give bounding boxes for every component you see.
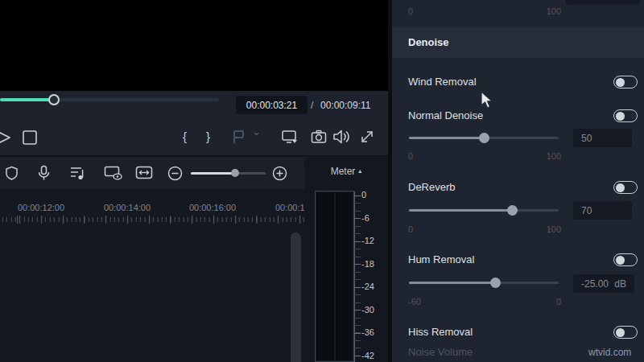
total-timecode: 00:00:09:11 bbox=[320, 100, 371, 111]
zoom-in-button[interactable] bbox=[272, 166, 287, 181]
meter-bars bbox=[315, 191, 354, 362]
hum-removal-scale: -60 0 bbox=[408, 297, 561, 306]
video-editor-app: 00:00:03:21 / 00:00:09:11 { } ⌄ bbox=[0, 0, 644, 362]
slider-fill bbox=[409, 282, 496, 284]
meter-scale-label: -42 bbox=[361, 351, 386, 361]
progress-fill bbox=[0, 98, 54, 101]
meter-scale-labels: 0 -6 -12 -18 -24 -30 -36 -42 bbox=[361, 190, 386, 361]
value-text: 70 bbox=[581, 205, 592, 216]
normal-denoise-toggle[interactable] bbox=[613, 109, 638, 122]
collapse-up-icon[interactable]: ▴ bbox=[358, 167, 361, 175]
zoom-thumb[interactable] bbox=[231, 169, 239, 177]
wind-removal-label: Wind Removal bbox=[408, 76, 477, 88]
hiss-removal-label: Hiss Removal bbox=[408, 326, 473, 338]
value-unit: dB bbox=[614, 278, 626, 290]
toggle-thumb bbox=[616, 256, 625, 265]
display-device-button[interactable] bbox=[281, 130, 299, 145]
meter-scale-label: 0 bbox=[361, 190, 386, 200]
dereverb-scale: 0 100 bbox=[408, 224, 561, 234]
meter-scale-label: -12 bbox=[361, 236, 386, 246]
marker-icon[interactable] bbox=[232, 130, 248, 145]
playback-progress-slider[interactable] bbox=[0, 94, 219, 105]
toggle-thumb bbox=[616, 78, 625, 87]
denoise-section-header: Denoise bbox=[392, 27, 644, 58]
denoise-title: Denoise bbox=[408, 36, 449, 48]
scale-min: -60 bbox=[408, 297, 421, 306]
meter-scale-ticks bbox=[354, 195, 361, 356]
slider-thumb[interactable] bbox=[479, 133, 489, 143]
microphone-record-button[interactable] bbox=[37, 165, 51, 182]
scale-min: 0 bbox=[408, 151, 413, 161]
dereverb-slider[interactable] bbox=[409, 205, 559, 216]
normal-denoise-slider[interactable] bbox=[409, 133, 559, 143]
ruler-label: 00:00:14:00 bbox=[104, 203, 151, 212]
value-text: 50 bbox=[581, 133, 592, 144]
scale-min: 0 bbox=[408, 224, 413, 234]
ruler-minor-ticks[interactable] bbox=[0, 217, 304, 222]
noise-volume-label: Noise Volume bbox=[408, 346, 473, 358]
progress-thumb[interactable] bbox=[48, 94, 60, 105]
normal-denoise-label: Normal Denoise bbox=[408, 109, 483, 121]
timecode-separator: / bbox=[311, 100, 313, 111]
scrolled-value-box bbox=[566, 0, 640, 5]
zoom-out-button[interactable] bbox=[167, 166, 183, 181]
mouse-cursor bbox=[480, 91, 494, 110]
mark-in-button[interactable]: { bbox=[183, 130, 187, 143]
normal-denoise-scale: 0 100 bbox=[408, 151, 561, 161]
normal-denoise-value[interactable]: 50 bbox=[573, 129, 632, 147]
chevron-down-icon[interactable]: ⌄ bbox=[252, 125, 261, 138]
mark-out-button[interactable]: } bbox=[206, 130, 210, 143]
snapshot-camera-button[interactable] bbox=[311, 130, 327, 144]
meter-header[interactable]: Meter▴ bbox=[304, 166, 388, 177]
toggle-thumb bbox=[616, 112, 625, 121]
dereverb-toggle[interactable] bbox=[613, 181, 638, 194]
timeline-vertical-scrollbar[interactable] bbox=[291, 232, 301, 362]
video-preview bbox=[0, 0, 388, 91]
hum-removal-toggle[interactable] bbox=[613, 253, 638, 266]
fullscreen-expand-button[interactable] bbox=[359, 130, 375, 145]
slider-fill bbox=[409, 137, 485, 139]
current-timecode: 00:00:03:21 bbox=[236, 96, 308, 114]
zoom-fill bbox=[191, 172, 235, 175]
scale-max: 0 bbox=[556, 297, 561, 306]
slider-thumb[interactable] bbox=[507, 205, 518, 216]
play-button[interactable] bbox=[0, 129, 12, 146]
hum-removal-slider[interactable] bbox=[409, 278, 559, 288]
toggle-thumb bbox=[616, 183, 625, 192]
slider-thumb[interactable] bbox=[490, 278, 501, 288]
hum-removal-value[interactable]: -25.00 dB bbox=[573, 274, 634, 293]
meter-scale-label: -36 bbox=[361, 327, 386, 338]
wind-removal-toggle[interactable] bbox=[613, 76, 638, 88]
value-text: -25.00 bbox=[581, 278, 609, 290]
meter-scale-label: -30 bbox=[361, 305, 386, 315]
stop-button[interactable] bbox=[22, 130, 38, 146]
scale-max: 100 bbox=[547, 151, 561, 161]
speaker-volume-button[interactable] bbox=[332, 129, 352, 145]
dereverb-value[interactable]: 70 bbox=[573, 201, 632, 220]
meter-channel-right bbox=[336, 192, 353, 360]
meter-scale-label: -18 bbox=[361, 259, 386, 269]
dereverb-label: DeReverb bbox=[408, 181, 456, 193]
toggle-thumb bbox=[616, 328, 625, 337]
meter-label: Meter bbox=[331, 166, 356, 177]
ruler-label: 00:00:12:00 bbox=[18, 203, 64, 212]
ruler-label: 00:00:16:00 bbox=[189, 203, 236, 212]
top-slider-scale: 0 100 bbox=[408, 6, 561, 16]
scale-max: 100 bbox=[547, 6, 561, 16]
meter-channel-left bbox=[316, 192, 334, 360]
track-visibility-button[interactable] bbox=[104, 166, 124, 181]
scale-max: 100 bbox=[547, 224, 561, 234]
fit-timeline-button[interactable] bbox=[135, 166, 153, 180]
scale-min: 0 bbox=[408, 6, 413, 16]
current-timecode-text: 00:00:03:21 bbox=[246, 100, 297, 111]
hum-removal-label: Hum Removal bbox=[408, 253, 474, 265]
timeline-zoom-slider[interactable] bbox=[191, 169, 266, 177]
shield-protect-button[interactable] bbox=[5, 166, 19, 181]
meter-scale-label: -24 bbox=[361, 282, 386, 292]
watermark: wtvid.com bbox=[588, 347, 631, 358]
slider-fill bbox=[409, 209, 512, 212]
meter-scale-label: -6 bbox=[361, 213, 386, 224]
audio-list-button[interactable] bbox=[70, 166, 86, 180]
hiss-removal-toggle[interactable] bbox=[613, 326, 638, 339]
